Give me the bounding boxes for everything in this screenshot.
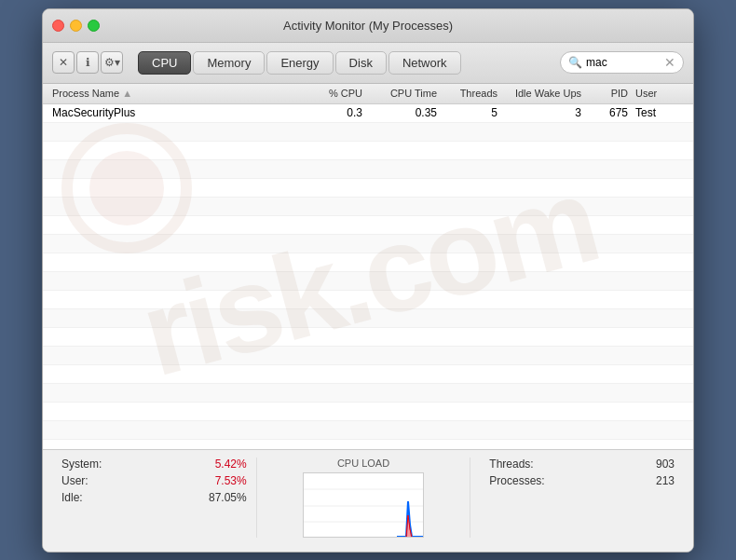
user-label: User:	[61, 474, 89, 487]
toolbar: ✕ ℹ ⚙▾ CPU Memory Energy Disk Netwo	[43, 43, 693, 84]
close-button[interactable]	[52, 20, 64, 32]
threads-label: Threads:	[489, 458, 533, 471]
processes-value: 213	[656, 474, 675, 487]
idle-label: Idle:	[61, 491, 83, 504]
processes-label: Processes:	[489, 474, 544, 487]
empty-row	[43, 347, 693, 365]
system-stat-row: System: 5.42%	[61, 458, 247, 471]
tab-bar: CPU Memory Energy Disk Network	[138, 51, 461, 75]
info-button[interactable]: ℹ	[76, 51, 99, 74]
empty-row	[43, 421, 693, 440]
col-header-threads[interactable]: Threads	[437, 88, 497, 99]
idle-value: 87.05%	[209, 491, 247, 504]
empty-row	[43, 365, 693, 384]
empty-row	[43, 253, 693, 272]
tab-cpu[interactable]: CPU	[138, 51, 191, 75]
col-header-cpu[interactable]: % CPU	[297, 88, 362, 99]
col-header-user[interactable]: User	[628, 88, 684, 99]
empty-row	[43, 272, 693, 291]
tab-network[interactable]: Network	[388, 51, 461, 75]
user-stat-row: User: 7.53%	[61, 474, 247, 487]
window-title: Activity Monitor (My Processes)	[283, 19, 453, 33]
empty-row	[43, 123, 693, 142]
empty-row	[43, 198, 693, 216]
tab-disk[interactable]: Disk	[335, 51, 387, 75]
search-icon: 🔍	[568, 56, 582, 69]
search-input[interactable]	[586, 56, 661, 69]
search-box[interactable]: 🔍 ✕	[560, 51, 684, 74]
system-label: System:	[61, 458, 102, 471]
cpu-stats-left: System: 5.42% User: 7.53% Idle: 87.05%	[61, 458, 247, 508]
empty-row	[43, 179, 693, 198]
col-header-pid[interactable]: PID	[581, 88, 628, 99]
table-row[interactable]: MacSecurityPlus 0.3 0.35 5 3 675 Test	[43, 104, 693, 123]
close-icon[interactable]: ✕	[52, 51, 75, 74]
system-value: 5.42%	[215, 458, 247, 471]
search-clear-button[interactable]: ✕	[664, 55, 675, 70]
minimize-button[interactable]	[70, 20, 82, 32]
threads-stat-row: Threads: 903	[489, 458, 675, 471]
idle-stat-row: Idle: 87.05%	[61, 491, 247, 504]
maximize-button[interactable]	[88, 20, 100, 32]
empty-row	[43, 216, 693, 235]
empty-row	[43, 235, 693, 253]
bottom-stats: System: 5.42% User: 7.53% Idle: 87.05% C…	[43, 449, 693, 552]
tab-energy[interactable]: Energy	[266, 51, 333, 75]
empty-row	[43, 403, 693, 421]
empty-row	[43, 328, 693, 347]
cpu-stats-right: Threads: 903 Processes: 213	[480, 458, 675, 491]
main-window: Activity Monitor (My Processes) ✕ ℹ ⚙▾ C…	[42, 8, 694, 553]
empty-row	[43, 384, 693, 403]
column-headers: Process Name ▲ % CPU CPU Time Threads Id…	[43, 84, 693, 104]
col-header-cputime[interactable]: CPU Time	[362, 88, 437, 99]
gear-button[interactable]: ⚙▾	[101, 51, 123, 74]
cpu-load-chart	[304, 473, 424, 538]
process-list: risk.com MacSecurityPlus 0.3 0.35 5 3 67…	[43, 104, 693, 449]
tab-memory[interactable]: Memory	[193, 51, 265, 75]
cpu-load-label: CPU LOAD	[337, 458, 389, 469]
empty-row	[43, 160, 693, 179]
empty-row	[43, 309, 693, 328]
cpu-load-graph	[303, 472, 424, 538]
cpu-load-section: CPU LOAD	[256, 458, 471, 538]
traffic-lights	[52, 20, 100, 32]
title-bar: Activity Monitor (My Processes)	[43, 9, 693, 43]
empty-row	[43, 142, 693, 160]
empty-row	[43, 291, 693, 309]
user-value: 7.53%	[215, 474, 247, 487]
col-header-idle[interactable]: Idle Wake Ups	[497, 88, 581, 99]
processes-stat-row: Processes: 213	[489, 474, 675, 487]
action-buttons: ✕ ℹ ⚙▾	[52, 51, 123, 74]
col-header-process[interactable]: Process Name ▲	[52, 88, 297, 99]
threads-value: 903	[656, 458, 675, 471]
